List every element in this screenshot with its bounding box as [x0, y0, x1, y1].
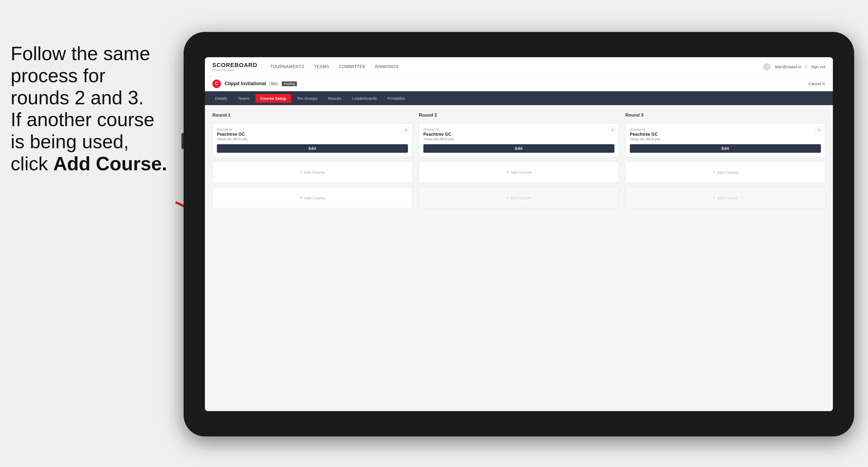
tournament-name: Clippd Invitational [225, 81, 266, 87]
logo-title: SCOREBOARD [212, 62, 257, 69]
round-3-course-details: Yellow (M) (6629 yds) [630, 137, 821, 141]
round-3-edit-button[interactable]: Edit [630, 144, 821, 153]
round-2-add-course-1[interactable]: + Add Course [419, 161, 619, 183]
add-course-2-plus-icon: + [300, 195, 303, 200]
round-3-title: Round 3 [625, 113, 826, 118]
round-2-course-details: Yellow (M) (6629 yds) [423, 137, 614, 141]
round-1-course-label: (Course A) [217, 128, 408, 131]
round-2-add-course-2: + Add Course [419, 187, 619, 208]
clippd-logo: C [212, 80, 221, 88]
tab-details[interactable]: Details [210, 94, 232, 103]
round-1-course-details: Yellow (M) (6629 yds) [217, 137, 408, 141]
add-course-6-plus-icon: + [713, 195, 716, 200]
add-course-4-plus-icon: + [506, 195, 509, 200]
nav-teams[interactable]: TEAMS [314, 64, 330, 69]
round-2-course-name: Peachtree GC [423, 132, 614, 137]
tablet-frame: SCOREBOARD Powered by clippd TOURNAMENTS… [184, 32, 854, 436]
round-1-add-course-2-label: Add Course [304, 195, 325, 200]
nav-committee[interactable]: COMMITTEE [339, 64, 366, 69]
tournament-gender-badge: Men [269, 82, 279, 86]
tab-printables[interactable]: Printables [383, 94, 410, 103]
add-course-1-plus-icon: + [300, 169, 303, 175]
nav-links: TOURNAMENTS TEAMS COMMITTEE RANKINGS [270, 64, 764, 69]
round-2-add-course-2-label: Add Course [510, 195, 532, 200]
round-1-edit-button[interactable]: Edit [217, 144, 408, 153]
round-1-title: Round 1 [212, 113, 412, 118]
user-avatar [763, 63, 771, 70]
round-3-course-card: ⊙ (Course A) Peachtree GC Yellow (M) (66… [625, 123, 826, 157]
tab-course-setup[interactable]: Course Setup [255, 94, 291, 103]
rounds-grid: Round 1 ⊙ (Course A) Peachtree GC Yellow… [212, 113, 826, 208]
round-2-delete-icon[interactable]: ⊙ [609, 127, 616, 133]
round-2-course-card: ⊙ (Course A) Peachtree GC Yellow (M) (66… [419, 123, 619, 157]
tournament-bar: C Clippd Invitational Men Hosting Cancel… [205, 76, 833, 91]
round-3-delete-icon[interactable]: ⊙ [815, 127, 822, 133]
round-3-add-course-1[interactable]: + Add Course [625, 161, 826, 183]
add-course-3-plus-icon: + [506, 169, 509, 175]
round-2-edit-button[interactable]: Edit [423, 144, 614, 153]
round-1-add-course-2[interactable]: + Add Course [212, 187, 412, 208]
round-2-course-label: (Course A) [423, 128, 614, 131]
nav-rankings[interactable]: RANKINGS [375, 64, 399, 69]
nav-right: blair@clippd.io | Sign out [763, 63, 826, 70]
round-1-delete-icon[interactable]: ⊙ [403, 127, 409, 133]
round-3-course-name: Peachtree GC [630, 132, 821, 137]
round-3-add-course-2: + Add Course [625, 187, 826, 208]
tab-teams[interactable]: Teams [233, 94, 254, 103]
tab-results[interactable]: Results [323, 94, 346, 103]
round-1-course-name: Peachtree GC [217, 132, 408, 137]
scoreboard-logo: SCOREBOARD Powered by clippd [212, 62, 257, 71]
instruction-block: Follow the same process for rounds 2 and… [0, 42, 181, 175]
tablet-screen: SCOREBOARD Powered by clippd TOURNAMENTS… [205, 57, 833, 411]
add-course-5-plus-icon: + [713, 169, 716, 175]
round-2-column: Round 2 ⊙ (Course A) Peachtree GC Yellow… [419, 113, 619, 208]
cancel-button[interactable]: Cancel ✕ [808, 82, 826, 86]
round-3-course-label: (Course A) [630, 128, 821, 131]
round-2-title: Round 2 [419, 113, 619, 118]
round-3-add-course-1-label: Add Course [717, 170, 738, 175]
round-1-add-course-1[interactable]: + Add Course [212, 161, 412, 183]
instruction-text: Follow the same process for rounds 2 and… [11, 43, 167, 174]
round-2-add-course-1-label: Add Course [510, 170, 532, 175]
logo-subtitle: Powered by clippd [212, 69, 257, 71]
tab-bar: Details Teams Course Setup Tee Groups Re… [205, 91, 833, 105]
round-1-add-course-1-label: Add Course [304, 170, 325, 175]
round-1-column: Round 1 ⊙ (Course A) Peachtree GC Yellow… [212, 113, 412, 208]
tab-leaderboards[interactable]: Leaderboards [347, 94, 381, 103]
hosting-badge: Hosting [282, 82, 297, 86]
sign-out-link[interactable]: Sign out [811, 64, 826, 69]
nav-tournaments[interactable]: TOURNAMENTS [270, 64, 304, 69]
tab-tee-groups[interactable]: Tee Groups [292, 94, 322, 103]
round-1-course-card: ⊙ (Course A) Peachtree GC Yellow (M) (66… [212, 123, 412, 157]
nav-separator: | [805, 64, 807, 69]
main-content: Round 1 ⊙ (Course A) Peachtree GC Yellow… [205, 105, 833, 411]
top-nav: SCOREBOARD Powered by clippd TOURNAMENTS… [205, 57, 833, 76]
round-3-add-course-2-label: Add Course [717, 195, 738, 200]
round-3-column: Round 3 ⊙ (Course A) Peachtree GC Yellow… [625, 113, 826, 208]
user-email: blair@clippd.io [775, 64, 801, 69]
